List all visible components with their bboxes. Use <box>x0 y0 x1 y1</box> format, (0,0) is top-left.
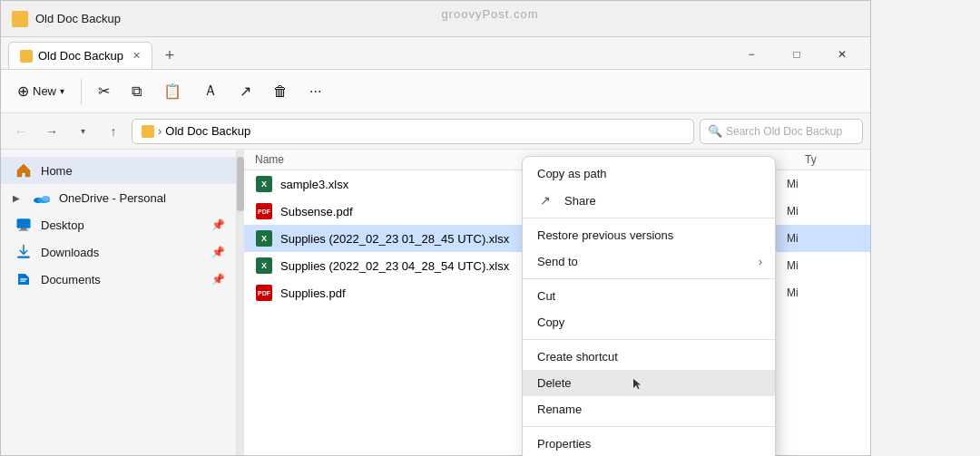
col-header-type: Ty <box>805 153 859 166</box>
sidebar-item-documents-label: Documents <box>41 273 101 286</box>
minimize-button[interactable]: − <box>730 40 772 69</box>
window-title: Old Doc Backup <box>35 12 852 25</box>
cm-create-shortcut-label: Create shortcut <box>537 350 760 364</box>
new-button[interactable]: ⊕ New ▾ <box>8 77 74 105</box>
sidebar-item-home-label: Home <box>41 164 73 178</box>
svg-rect-6 <box>17 257 30 258</box>
tab-old-doc-backup[interactable]: Old Doc Backup ✕ <box>8 42 152 69</box>
cm-sep-3 <box>523 339 775 340</box>
sidebar-item-downloads[interactable]: Downloads 📌 <box>1 238 236 266</box>
copy-button[interactable]: ⧉ <box>122 78 151 105</box>
tab-close-button[interactable]: ✕ <box>132 50 141 62</box>
xlsx-icon: X <box>255 257 273 275</box>
rename-button[interactable]: Ａ <box>194 76 227 106</box>
cm-share[interactable]: ↗ Share <box>523 187 775 214</box>
cm-sep-4 <box>523 426 775 427</box>
more-icon: ··· <box>309 83 321 100</box>
sidebar-item-desktop-label: Desktop <box>41 218 84 232</box>
cm-send-to-arrow: › <box>759 256 762 268</box>
cm-share-label: Share <box>564 194 760 208</box>
cm-properties-label: Properties <box>537 437 760 451</box>
rename-icon: Ａ <box>203 82 218 101</box>
cm-copy-as-path[interactable]: Copy as path <box>523 160 775 187</box>
svg-rect-5 <box>19 229 29 231</box>
cut-button[interactable]: ✂ <box>89 77 119 105</box>
cm-cut-label: Cut <box>537 289 760 303</box>
cm-sep-2 <box>523 278 775 279</box>
search-icon: 🔍 <box>708 124 722 138</box>
cm-restore[interactable]: Restore previous versions <box>523 222 775 248</box>
paste-icon: 📋 <box>163 82 181 100</box>
search-placeholder: Search Old Doc Backup <box>726 125 842 138</box>
file-type: Mi <box>787 259 859 272</box>
downloads-pin-icon: 📌 <box>211 246 225 258</box>
cm-rename-label: Rename <box>537 403 760 416</box>
file-type: Mi <box>787 178 859 190</box>
cm-sep-1 <box>523 218 775 218</box>
tab-label: Old Doc Backup <box>38 49 123 63</box>
desktop-icon <box>15 217 32 233</box>
svg-rect-4 <box>21 228 26 230</box>
sidebar-item-onedrive[interactable]: ▶ OneDrive - Personal <box>1 184 236 211</box>
breadcrumb-folder-icon <box>142 125 154 138</box>
cm-create-shortcut[interactable]: Create shortcut <box>523 344 775 370</box>
documents-icon <box>15 271 32 287</box>
xlsx-icon: X <box>255 175 273 193</box>
recent-locations-button[interactable]: ▾ <box>70 119 95 144</box>
delete-icon: 🗑 <box>273 83 288 100</box>
cm-rename[interactable]: Rename <box>523 396 775 422</box>
address-bar: ← → ▾ ↑ › Old Doc Backup 🔍 Search Old Do… <box>1 113 870 150</box>
cm-properties[interactable]: Properties <box>523 431 775 456</box>
toolbar-sep-1 <box>81 79 82 104</box>
sidebar: Home ▶ OneDrive - Personal <box>1 150 237 455</box>
file-type: Mi <box>787 205 859 218</box>
up-button[interactable]: ↑ <box>101 119 126 144</box>
home-icon <box>15 162 32 179</box>
cm-restore-label: Restore previous versions <box>537 228 760 242</box>
sidebar-item-onedrive-label: OneDrive - Personal <box>59 191 166 205</box>
paste-button[interactable]: 📋 <box>154 77 191 105</box>
sidebar-item-desktop[interactable]: Desktop 📌 <box>1 211 236 238</box>
file-type: Mi <box>787 232 859 245</box>
close-button[interactable]: ✕ <box>821 40 863 69</box>
cursor-icon <box>632 377 644 390</box>
breadcrumb-path: Old Doc Backup <box>165 124 250 138</box>
svg-rect-3 <box>17 218 31 228</box>
context-menu: Copy as path ↗ Share Restore previous ve… <box>522 156 776 456</box>
cm-copy-label: Copy <box>537 315 760 329</box>
cm-send-to-label: Send to <box>537 255 760 268</box>
title-bar: Old Doc Backup <box>1 1 870 37</box>
downloads-icon <box>15 244 32 260</box>
sidebar-item-documents[interactable]: Documents 📌 <box>1 266 236 293</box>
new-label: New <box>33 84 56 98</box>
share-button[interactable]: ↗ <box>230 77 260 105</box>
cm-delete[interactable]: Delete <box>523 370 775 396</box>
back-button[interactable]: ← <box>8 119 34 144</box>
cm-copy[interactable]: Copy <box>523 309 775 335</box>
pdf-icon: PDF <box>255 202 273 220</box>
tab-folder-icon <box>20 50 33 63</box>
new-icon: ⊕ <box>17 82 29 100</box>
more-button[interactable]: ··· <box>300 78 330 105</box>
file-type: Mi <box>787 286 859 299</box>
sidebar-scrollbar-thumb[interactable] <box>237 157 244 211</box>
cm-copy-as-path-label: Copy as path <box>537 167 760 180</box>
svg-rect-7 <box>20 278 27 279</box>
sidebar-item-home[interactable]: Home <box>1 157 236 184</box>
pdf-icon: PDF <box>255 284 273 302</box>
tab-bar: Old Doc Backup ✕ + − □ ✕ <box>1 37 870 70</box>
cut-icon: ✂ <box>98 82 110 100</box>
maximize-button[interactable]: □ <box>776 40 818 69</box>
cm-send-to[interactable]: Send to › <box>523 248 775 275</box>
share-icon: ↗ <box>537 193 554 208</box>
sidebar-scrollbar[interactable] <box>237 150 244 455</box>
toolbar: ⊕ New ▾ ✂ ⧉ 📋 Ａ ↗ 🗑 ··· <box>1 70 870 113</box>
xlsx-icon: X <box>255 229 273 247</box>
window-icon <box>12 11 28 27</box>
new-tab-button[interactable]: + <box>156 42 183 69</box>
breadcrumb[interactable]: › Old Doc Backup <box>132 119 694 144</box>
delete-button[interactable]: 🗑 <box>264 78 297 105</box>
forward-button[interactable]: → <box>39 119 64 144</box>
cm-cut[interactable]: Cut <box>523 283 775 309</box>
search-box[interactable]: 🔍 Search Old Doc Backup <box>700 119 863 144</box>
